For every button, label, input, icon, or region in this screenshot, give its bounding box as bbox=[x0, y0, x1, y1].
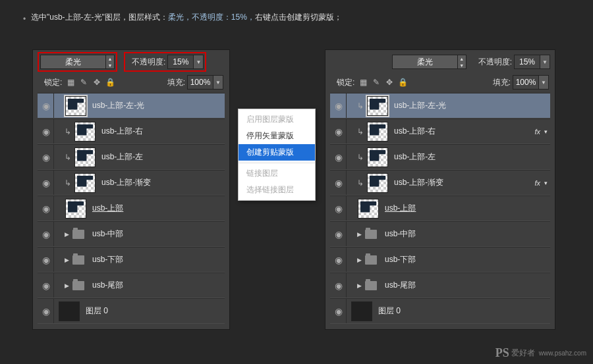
lock-paint-icon[interactable]: ✎ bbox=[78, 77, 89, 88]
layer-name[interactable]: usb-上部-渐变 bbox=[394, 177, 534, 188]
expand-arrow-icon[interactable]: ▶ bbox=[65, 282, 69, 289]
fx-badge[interactable]: fx bbox=[534, 128, 540, 136]
visibility-toggle[interactable]: ◉ bbox=[331, 178, 346, 188]
opacity-value[interactable]: 15% bbox=[167, 55, 194, 69]
expand-arrow-icon[interactable]: ▶ bbox=[357, 282, 362, 289]
layer-name[interactable]: usb-中部 bbox=[92, 228, 225, 240]
layer-row[interactable]: ◉↳usb-上部-右fx▾ bbox=[330, 118, 550, 144]
fill-value[interactable]: 100% bbox=[187, 75, 213, 90]
layer-name[interactable]: usb-上部 bbox=[385, 203, 550, 214]
fill-dropdown-arrow[interactable]: ▼ bbox=[538, 75, 549, 90]
layer-row[interactable]: ◉↳usb-上部-渐变fx▾ bbox=[330, 170, 550, 195]
visibility-toggle[interactable]: ◉ bbox=[331, 203, 346, 214]
layer-thumbnail[interactable] bbox=[74, 173, 96, 193]
layer-row[interactable]: ◉↳usb-上部-右 bbox=[38, 118, 225, 144]
visibility-toggle[interactable]: ◉ bbox=[39, 255, 53, 265]
opacity-value[interactable]: 15% bbox=[514, 55, 540, 69]
layer-row[interactable]: ◉▶usb-下部 bbox=[330, 247, 550, 273]
layer-row[interactable]: ◉↳usb-上部-渐变 bbox=[38, 170, 225, 195]
layer-row[interactable]: ◉↳usb-上部-左 bbox=[330, 144, 550, 170]
layer-name[interactable]: usb-尾部 bbox=[92, 280, 225, 291]
layer-row[interactable]: ◉▶usb-尾部 bbox=[330, 273, 550, 298]
visibility-toggle[interactable]: ◉ bbox=[331, 229, 346, 240]
layer-name[interactable]: usb-下部 bbox=[92, 254, 225, 265]
layer-name[interactable]: usb-尾部 bbox=[385, 280, 550, 291]
layer-thumbnail[interactable] bbox=[367, 173, 388, 193]
layer-thumbnail[interactable] bbox=[358, 199, 379, 219]
layer-row[interactable]: ◉↳usb-上部-左 bbox=[38, 144, 225, 170]
context-menu: 启用图层蒙版停用矢量蒙版创建剪贴蒙版链接图层选择链接图层 bbox=[238, 109, 316, 201]
layer-thumbnail[interactable] bbox=[367, 96, 388, 116]
blend-mode-dropdown[interactable]: 柔光 bbox=[40, 55, 106, 69]
layer-row[interactable]: ◉usb-上部 bbox=[38, 195, 225, 221]
fx-expand-icon[interactable]: ▾ bbox=[544, 128, 548, 135]
blend-stepper[interactable]: ▲▼ bbox=[105, 55, 115, 69]
layer-thumbnail[interactable] bbox=[367, 147, 388, 167]
lock-transparency-icon[interactable]: ▦ bbox=[358, 77, 368, 88]
visibility-toggle[interactable]: ◉ bbox=[331, 101, 346, 111]
layer-thumbnail[interactable] bbox=[65, 96, 86, 116]
layer-row[interactable]: ◉图层 0 bbox=[38, 298, 225, 324]
visibility-toggle[interactable]: ◉ bbox=[39, 126, 53, 137]
blend-stepper[interactable]: ▲▼ bbox=[457, 55, 466, 69]
expand-arrow-icon[interactable]: ▶ bbox=[65, 231, 69, 238]
visibility-toggle[interactable]: ◉ bbox=[331, 280, 346, 291]
lock-paint-icon[interactable]: ✎ bbox=[371, 77, 381, 88]
visibility-toggle[interactable]: ◉ bbox=[39, 178, 53, 188]
visibility-toggle[interactable]: ◉ bbox=[39, 101, 53, 111]
visibility-toggle[interactable]: ◉ bbox=[39, 280, 53, 291]
visibility-toggle[interactable]: ◉ bbox=[331, 152, 346, 163]
context-menu-item: 链接图层 bbox=[239, 165, 315, 182]
opacity-dropdown-arrow[interactable]: ▼ bbox=[193, 55, 204, 69]
layer-row[interactable]: ◉▶usb-尾部 bbox=[38, 273, 225, 298]
layer-name[interactable]: usb-中部 bbox=[385, 228, 550, 240]
layer-name[interactable]: usb-上部 bbox=[92, 203, 225, 214]
layer-row[interactable]: ◉usb-上部-左-光 bbox=[38, 93, 225, 118]
layer-row[interactable]: ◉▶usb-下部 bbox=[38, 247, 225, 273]
layer-row[interactable]: ◉▶usb-中部 bbox=[38, 221, 225, 247]
visibility-toggle[interactable]: ◉ bbox=[331, 126, 346, 137]
layer-thumbnail[interactable] bbox=[351, 301, 372, 321]
layer-name[interactable]: 图层 0 bbox=[378, 305, 550, 317]
visibility-toggle[interactable]: ◉ bbox=[39, 203, 53, 214]
visibility-toggle[interactable]: ◉ bbox=[39, 152, 53, 163]
visibility-toggle[interactable]: ◉ bbox=[331, 255, 346, 265]
layer-row[interactable]: ◉▶usb-中部 bbox=[330, 221, 550, 247]
fx-badge[interactable]: fx bbox=[534, 179, 540, 187]
layer-thumbnail[interactable] bbox=[59, 301, 80, 321]
visibility-toggle[interactable]: ◉ bbox=[39, 306, 53, 317]
context-menu-item[interactable]: 停用矢量蒙版 bbox=[239, 128, 315, 144]
layer-name[interactable]: usb-上部-右 bbox=[101, 126, 225, 137]
fx-expand-icon[interactable]: ▾ bbox=[544, 180, 548, 186]
layer-name[interactable]: usb-上部-左-光 bbox=[92, 100, 225, 111]
layer-name[interactable]: usb-上部-左 bbox=[101, 151, 225, 163]
layer-name[interactable]: usb-上部-渐变 bbox=[101, 177, 225, 188]
layer-row[interactable]: ◉↳usb-上部-左-光 bbox=[330, 93, 550, 118]
layer-name[interactable]: usb-上部-右 bbox=[394, 126, 534, 137]
expand-arrow-icon[interactable]: ▶ bbox=[357, 257, 362, 263]
layer-thumbnail[interactable] bbox=[367, 122, 388, 142]
expand-arrow-icon[interactable]: ▶ bbox=[65, 257, 69, 263]
layer-row[interactable]: ◉图层 0 bbox=[330, 298, 550, 324]
layer-thumbnail[interactable] bbox=[74, 122, 96, 142]
lock-all-icon[interactable]: 🔒 bbox=[397, 77, 408, 88]
lock-transparency-icon[interactable]: ▦ bbox=[65, 77, 76, 88]
lock-all-icon[interactable]: 🔒 bbox=[105, 77, 115, 88]
fill-dropdown-arrow[interactable]: ▼ bbox=[213, 75, 223, 90]
lock-move-icon[interactable]: ✥ bbox=[92, 77, 102, 88]
blend-mode-dropdown[interactable]: 柔光 bbox=[392, 55, 458, 69]
expand-arrow-icon[interactable]: ▶ bbox=[357, 231, 362, 238]
context-menu-item[interactable]: 创建剪贴蒙版 bbox=[239, 144, 315, 161]
layer-name[interactable]: usb-上部-左-光 bbox=[394, 100, 550, 111]
visibility-toggle[interactable]: ◉ bbox=[39, 229, 53, 240]
layer-name[interactable]: 图层 0 bbox=[86, 305, 225, 317]
fill-value[interactable]: 100% bbox=[513, 75, 539, 90]
layer-row[interactable]: ◉usb-上部 bbox=[330, 195, 550, 221]
visibility-toggle[interactable]: ◉ bbox=[331, 306, 346, 317]
lock-move-icon[interactable]: ✥ bbox=[384, 77, 395, 88]
layer-thumbnail[interactable] bbox=[65, 199, 86, 219]
layer-name[interactable]: usb-上部-左 bbox=[394, 151, 550, 163]
opacity-dropdown-arrow[interactable]: ▼ bbox=[540, 55, 550, 69]
layer-thumbnail[interactable] bbox=[74, 147, 96, 167]
layer-name[interactable]: usb-下部 bbox=[385, 254, 550, 265]
